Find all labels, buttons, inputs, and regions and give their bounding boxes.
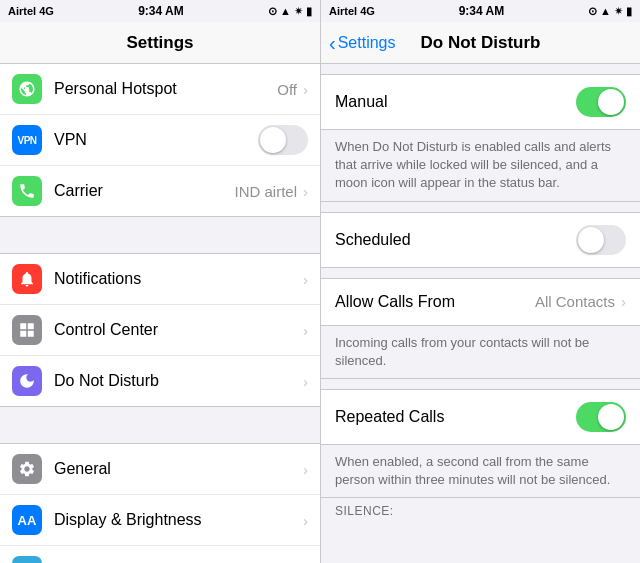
dnd-spacer-1 [321,64,640,74]
repeated-toggle-thumb [598,404,624,430]
hotspot-chevron: › [303,81,308,98]
hotspot-value: Off [277,81,297,98]
settings-item-general[interactable]: General › [0,444,320,495]
manual-description: When Do Not Disturb is enabled calls and… [321,130,640,202]
repeated-description: When enabled, a second call from the sam… [321,445,640,498]
left-status-right: ⊙ ▲ ✴ ▮ [268,5,312,18]
scheduled-toggle-thumb [578,227,604,253]
settings-item-notifications[interactable]: Notifications › [0,254,320,305]
manual-toggle-thumb [598,89,624,115]
dnd-label: Do Not Disturb [54,372,303,390]
settings-item-control-center[interactable]: Control Center › [0,305,320,356]
manual-toggle[interactable] [576,87,626,117]
back-button[interactable]: ‹ Settings [329,33,395,53]
right-wifi-icon: ▲ [600,5,611,17]
control-center-icon [12,315,42,345]
spacer-1 [0,235,320,253]
vpn-toggle-thumb [260,127,286,153]
general-icon [12,454,42,484]
control-center-label: Control Center [54,321,303,339]
settings-item-vpn[interactable]: VPN VPN [0,115,320,166]
hotspot-icon [12,74,42,104]
vpn-icon: VPN [12,125,42,155]
dnd-section-repeated: Repeated Calls [321,389,640,445]
dnd-spacer-4 [321,379,640,389]
right-battery-icon: ▮ [626,5,632,18]
notifications-label: Notifications [54,270,303,288]
manual-label: Manual [335,93,576,111]
silence-header: SILENCE: [321,498,640,522]
right-carrier: Airtel [329,5,357,17]
right-time: 9:34 AM [459,4,505,18]
dnd-section-calls: Allow Calls From All Contacts › [321,278,640,326]
scheduled-label: Scheduled [335,231,576,249]
settings-item-display[interactable]: AA Display & Brightness › [0,495,320,546]
back-arrow-icon: ‹ [329,33,336,53]
settings-item-do-not-disturb[interactable]: Do Not Disturb › [0,356,320,406]
settings-group-notifications: Notifications › Control Center › D [0,253,320,407]
left-nav-title: Settings [126,33,193,53]
general-label: General [54,460,303,478]
right-status-left: Airtel 4G [329,5,375,17]
settings-item-hotspot[interactable]: Personal Hotspot Off › [0,64,320,115]
settings-group-appearance: General › AA Display & Brightness › Wall… [0,443,320,563]
spacer-2 [0,425,320,443]
display-label: Display & Brightness [54,511,303,529]
notifications-chevron: › [303,271,308,288]
control-center-chevron: › [303,322,308,339]
dnd-spacer-2 [321,202,640,212]
repeated-toggle[interactable] [576,402,626,432]
vpn-label: VPN [54,131,258,149]
left-panel: Airtel 4G 9:34 AM ⊙ ▲ ✴ ▮ Settings [0,0,320,563]
left-settings-content: Personal Hotspot Off › VPN VPN Carrier I… [0,64,320,563]
dnd-section-manual: Manual [321,74,640,130]
calls-description: Incoming calls from your contacts will n… [321,326,640,379]
right-panel: Airtel 4G 9:34 AM ⊙ ▲ ✴ ▮ ‹ Settings Do … [320,0,640,563]
settings-item-wallpaper[interactable]: Wallpaper › [0,546,320,563]
right-nav-title: Do Not Disturb [421,33,541,53]
general-chevron: › [303,461,308,478]
display-icon: AA [12,505,42,535]
right-network: 4G [360,5,375,17]
dnd-item-manual[interactable]: Manual [321,75,640,129]
dnd-item-repeated[interactable]: Repeated Calls [321,390,640,444]
carrier-value: IND airtel [234,183,297,200]
right-status-right: ⊙ ▲ ✴ ▮ [588,5,632,18]
dnd-content: Manual When Do Not Disturb is enabled ca… [321,64,640,563]
dnd-spacer-3 [321,268,640,278]
dnd-item-allow-calls[interactable]: Allow Calls From All Contacts › [321,279,640,325]
back-text: Settings [338,34,396,52]
dnd-item-scheduled[interactable]: Scheduled [321,213,640,267]
allow-calls-chevron: › [621,293,626,310]
left-nav-bar: Settings [0,22,320,64]
left-carrier: Airtel [8,5,36,17]
notifications-icon [12,264,42,294]
battery-icon: ▮ [306,5,312,18]
vpn-toggle[interactable] [258,125,308,155]
settings-group-network: Personal Hotspot Off › VPN VPN Carrier I… [0,64,320,217]
left-network: 4G [39,5,54,17]
display-chevron: › [303,512,308,529]
allow-calls-label: Allow Calls From [335,293,535,311]
right-bluetooth-icon: ✴ [614,5,623,18]
carrier-label: Carrier [54,182,234,200]
right-status-bar: Airtel 4G 9:34 AM ⊙ ▲ ✴ ▮ [321,0,640,22]
scheduled-toggle[interactable] [576,225,626,255]
location-icon: ⊙ [268,5,277,18]
wifi-icon: ▲ [280,5,291,17]
carrier-chevron: › [303,183,308,200]
dnd-chevron: › [303,373,308,390]
left-time: 9:34 AM [138,4,184,18]
allow-calls-value: All Contacts [535,293,615,310]
repeated-calls-label: Repeated Calls [335,408,576,426]
bluetooth-icon: ✴ [294,5,303,18]
dnd-icon [12,366,42,396]
right-location-icon: ⊙ [588,5,597,18]
left-status-bar: Airtel 4G 9:34 AM ⊙ ▲ ✴ ▮ [0,0,320,22]
right-nav-bar: ‹ Settings Do Not Disturb [321,22,640,64]
carrier-icon [12,176,42,206]
hotspot-label: Personal Hotspot [54,80,277,98]
dnd-section-scheduled: Scheduled [321,212,640,268]
settings-item-carrier[interactable]: Carrier IND airtel › [0,166,320,216]
left-status-left: Airtel 4G [8,5,54,17]
